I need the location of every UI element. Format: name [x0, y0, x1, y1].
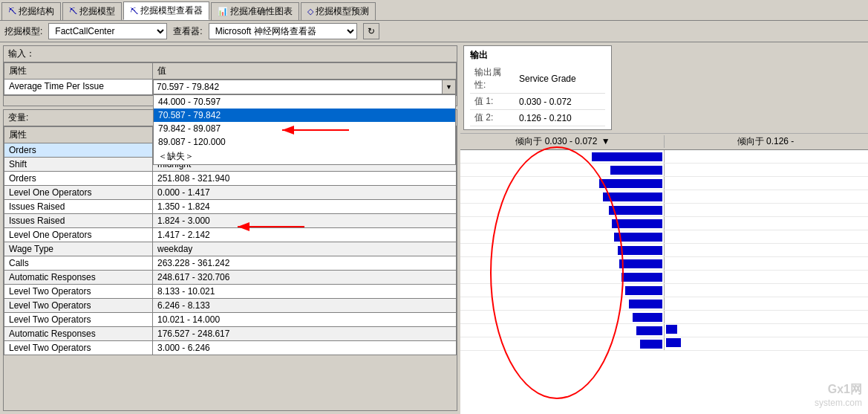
chart-bar-left — [460, 179, 664, 188]
output-title: 输出 — [470, 49, 605, 62]
vars-value-14: 3.000 - 6.246 — [153, 341, 457, 355]
vars-row: Automatic Responses176.527 - 248.617 — [4, 327, 457, 341]
tab-mining-model[interactable]: ⛏ 挖掘模型 — [62, 2, 122, 20]
dropdown-display[interactable]: 70.597 - 79.842 ▼ — [153, 80, 456, 94]
vars-value-10: 8.133 - 10.021 — [153, 285, 457, 299]
vars-property-6: Level One Operators — [4, 228, 153, 242]
vars-property-2: Orders — [4, 172, 153, 186]
vars-property-0: Orders — [4, 143, 153, 158]
chart-bar-row — [460, 177, 868, 190]
vars-value-12: 10.021 - 14.000 — [153, 313, 457, 327]
vars-property-11: Level Two Operators — [4, 299, 153, 313]
dropdown-button[interactable]: ▼ — [442, 80, 455, 94]
chart-bar-row — [460, 190, 868, 204]
dropdown-item-1[interactable]: 70.587 - 79.842 — [154, 109, 455, 122]
vars-property-4: Issues Raised — [4, 200, 153, 214]
output-attr-label: 输出属性: — [470, 65, 515, 94]
chart-bar-row — [460, 244, 868, 257]
vars-row: Automatic Responses248.617 - 320.706 — [4, 271, 457, 285]
viewer-select[interactable]: Microsoft 神经网络查看器 — [209, 23, 357, 39]
dropdown-item-4[interactable]: ＜缺失＞ — [154, 149, 455, 164]
tab-icon-viewer: ⛏ — [130, 7, 138, 16]
vars-row: Level Two Operators10.021 - 14.000 — [4, 313, 457, 327]
model-select[interactable]: FactCallCenter — [48, 23, 167, 39]
tab-icon-model: ⛏ — [69, 7, 77, 16]
output-val2-label: 值 2: — [470, 110, 515, 126]
chart-bar-row — [460, 204, 868, 217]
toolbar: 挖掘模型: FactCallCenter 查看器: Microsoft 神经网络… — [0, 21, 868, 42]
chart-col1-label: 倾向于 0.030 - 0.072 ▼ — [462, 135, 664, 148]
vars-row: Issues Raised1.350 - 1.824 — [4, 200, 457, 214]
vars-row: Level One Operators0.000 - 1.417 — [4, 186, 457, 200]
chart-bar-left — [460, 166, 664, 175]
vars-value-2: 251.808 - 321.940 — [153, 172, 457, 186]
input-col-property: 属性 — [4, 63, 153, 80]
chart-bar-row — [460, 230, 868, 244]
vars-value-7: weekday — [153, 242, 457, 256]
refresh-button[interactable]: ↻ — [363, 23, 379, 39]
chart-bar-row — [460, 297, 868, 311]
tab-model-viewer[interactable]: ⛏ 挖掘模型查看器 — [123, 1, 209, 20]
input-property-cell: Average Time Per Issue — [4, 80, 153, 95]
body-content: 输入： 属性 值 Average Time Per Issue — [0, 42, 868, 414]
vars-row: Level Two Operators6.246 - 8.133 — [4, 299, 457, 313]
chart-bar-left — [460, 206, 664, 215]
vars-row: Level Two Operators3.000 - 6.246 — [4, 341, 457, 355]
chart-bar-left — [460, 326, 664, 335]
chart-bar-left — [460, 219, 664, 228]
chart-bar-row — [460, 271, 868, 284]
output-val2-row: 值 2: 0.126 - 0.210 — [470, 110, 605, 126]
vars-property-13: Automatic Responses — [4, 327, 153, 341]
main-container: ⛏ 挖掘结构 ⛏ 挖掘模型 ⛏ 挖掘模型查看器 📊 挖掘准确性图表 ◇ 挖掘模型… — [0, 0, 868, 414]
chart-bar-left — [460, 193, 664, 201]
chart-bar-row — [460, 150, 868, 164]
output-val1-value: 0.030 - 0.072 — [515, 94, 605, 110]
chart-bar-right — [665, 325, 868, 336]
vars-property-8: Calls — [4, 256, 153, 271]
input-value-cell: 70.597 - 79.842 ▼ 44.000 - 70.597 70.587… — [153, 80, 457, 95]
chart-bar-left — [460, 273, 664, 282]
dropdown-item-2[interactable]: 79.842 - 89.087 — [154, 122, 455, 135]
vars-value-9: 248.617 - 320.706 — [153, 271, 457, 285]
vars-col-property: 属性 — [4, 127, 153, 143]
output-val2-value: 0.126 - 0.210 — [515, 110, 605, 126]
dropdown-list: 44.000 - 70.597 70.587 - 79.842 79.842 -… — [153, 94, 456, 165]
vars-property-14: Level Two Operators — [4, 341, 153, 355]
output-attr-row: 输出属性: Service Grade — [470, 65, 605, 94]
output-section: 输出 输出属性: Service Grade 值 1: 0.030 - 0.07… — [463, 45, 612, 130]
tab-mining-structure[interactable]: ⛏ 挖掘结构 — [1, 2, 61, 20]
tab-accuracy-chart[interactable]: 📊 挖掘准确性图表 — [211, 2, 299, 20]
right-chart-area: 输出 输出属性: Service Grade 值 1: 0.030 - 0.07… — [460, 42, 868, 414]
dropdown-value: 70.597 - 79.842 — [154, 81, 442, 93]
chart-bar-row — [460, 311, 868, 324]
chart-header-row: 倾向于 0.030 - 0.072 ▼ 倾向于 0.126 - — [460, 134, 868, 150]
input-section-header: 输入： — [4, 46, 457, 62]
chart-bar-row — [460, 164, 868, 177]
vars-value-4: 1.350 - 1.824 — [153, 200, 457, 214]
chart-bars-container — [460, 150, 868, 414]
vars-row: Wage Typeweekday — [4, 242, 457, 256]
chart-bar-left — [460, 259, 664, 268]
vars-property-9: Automatic Responses — [4, 271, 153, 285]
vars-value-11: 6.246 - 8.133 — [153, 299, 457, 313]
vars-row: Level Two Operators8.133 - 10.021 — [4, 285, 457, 299]
left-content: 输入： 属性 值 Average Time Per Issue — [0, 42, 460, 414]
output-val1-label: 值 1: — [470, 94, 515, 110]
chart-bar-row — [460, 257, 868, 271]
tab-icon-accuracy: 📊 — [218, 7, 228, 16]
output-panel: 输出 输出属性: Service Grade 值 1: 0.030 - 0.07… — [460, 42, 868, 134]
chart-bar-row — [460, 284, 868, 297]
chart-bar-left — [460, 246, 664, 255]
sort-icon[interactable]: ▼ — [601, 136, 610, 146]
vars-row: Calls263.228 - 361.242 — [4, 256, 457, 271]
vars-table-wrapper[interactable]: 属性 值 Orders321.940 - 539.000Shiftmidnigh… — [4, 126, 457, 410]
vars-property-3: Level One Operators — [4, 186, 153, 200]
vars-property-5: Issues Raised — [4, 214, 153, 228]
tab-model-predict[interactable]: ◇ 挖掘模型预测 — [301, 2, 376, 20]
output-attr-value: Service Grade — [515, 65, 605, 94]
dropdown-item-0[interactable]: 44.000 - 70.597 — [154, 95, 455, 109]
dropdown-item-3[interactable]: 89.087 - 120.000 — [154, 135, 455, 149]
vars-value-13: 176.527 - 248.617 — [153, 327, 457, 341]
tab-bar: ⛏ 挖掘结构 ⛏ 挖掘模型 ⛏ 挖掘模型查看器 📊 挖掘准确性图表 ◇ 挖掘模型… — [0, 0, 868, 21]
chart-bar-left — [460, 300, 664, 308]
